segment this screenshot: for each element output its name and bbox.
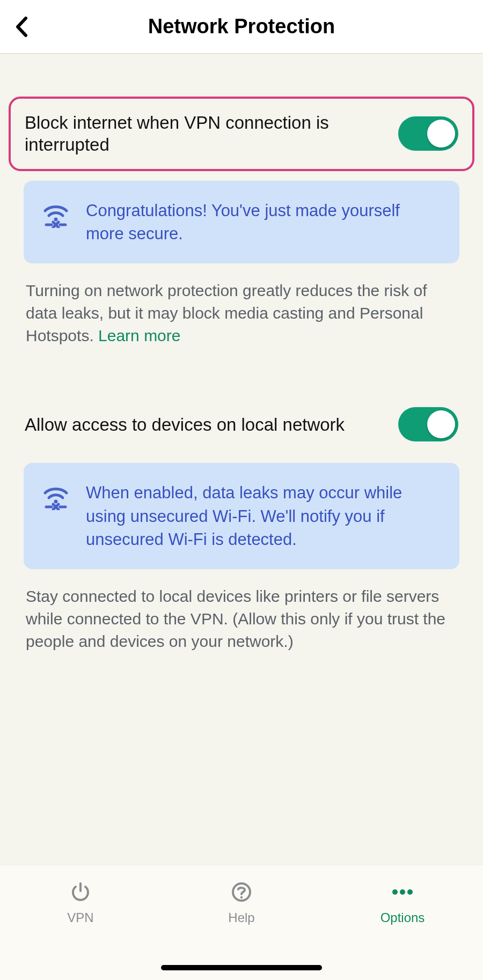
back-button[interactable] <box>10 15 33 39</box>
help-icon <box>231 880 252 904</box>
toggle-knob <box>427 410 455 438</box>
header-bar: Network Protection <box>0 0 483 54</box>
page-title: Network Protection <box>148 15 335 38</box>
local-network-info: When enabled, data leaks may occur while… <box>24 463 459 569</box>
toggle-knob <box>427 120 455 148</box>
block-internet-desc-text: Turning on network protection greatly re… <box>26 282 427 344</box>
svg-point-12 <box>240 896 243 898</box>
svg-point-14 <box>400 889 405 895</box>
svg-point-13 <box>392 889 398 895</box>
local-network-row[interactable]: Allow access to devices on local network <box>11 395 472 453</box>
local-network-desc: Stay connected to local devices like pri… <box>26 585 457 653</box>
block-internet-toggle[interactable] <box>398 116 458 151</box>
home-indicator[interactable] <box>161 965 322 970</box>
block-internet-info-text: Congratulations! You've just made yourse… <box>86 199 441 246</box>
content-area: Block internet when VPN connection is in… <box>0 54 483 653</box>
local-network-toggle[interactable] <box>398 407 458 441</box>
chevron-left-icon <box>14 16 28 38</box>
tab-vpn-label: VPN <box>67 910 93 925</box>
more-icon <box>390 880 415 904</box>
block-internet-row[interactable]: Block internet when VPN connection is in… <box>9 97 474 171</box>
svg-point-0 <box>54 217 58 221</box>
local-network-info-text: When enabled, data leaks may occur while… <box>86 481 441 551</box>
block-internet-info: Congratulations! You've just made yourse… <box>24 181 459 264</box>
tab-help[interactable]: Help <box>188 880 295 925</box>
block-internet-label: Block internet when VPN connection is in… <box>25 112 385 156</box>
wifi-block-icon <box>42 202 70 230</box>
local-network-label: Allow access to devices on local network <box>25 414 385 436</box>
power-icon <box>70 880 91 904</box>
learn-more-link[interactable]: Learn more <box>98 327 180 344</box>
block-internet-desc: Turning on network protection greatly re… <box>26 279 457 347</box>
svg-point-5 <box>54 500 58 504</box>
tab-bar: VPN Help Options <box>0 865 483 980</box>
svg-point-15 <box>407 889 413 895</box>
tab-help-label: Help <box>228 910 254 925</box>
tab-vpn[interactable]: VPN <box>27 880 134 925</box>
tab-options-label: Options <box>380 910 425 925</box>
wifi-block-icon <box>42 484 70 512</box>
tab-options[interactable]: Options <box>349 880 456 925</box>
